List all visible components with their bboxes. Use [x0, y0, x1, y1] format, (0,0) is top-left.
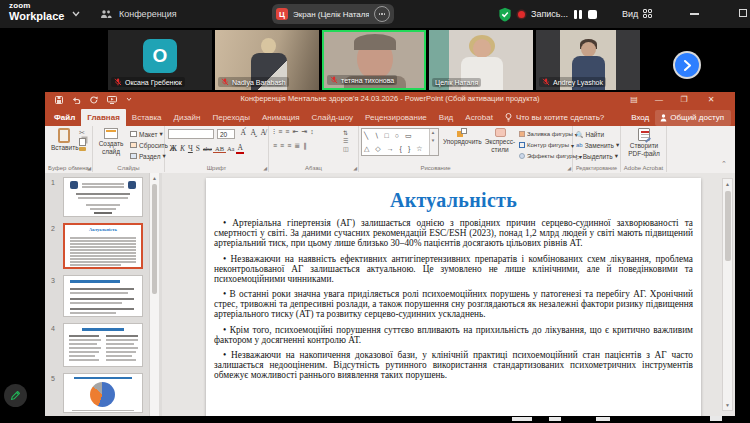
sign-in-button[interactable]: Вход — [625, 109, 655, 126]
slide-vertical-scrollbar[interactable]: ▲ ▼ — [722, 178, 733, 411]
slide-thumbnail-2-selected[interactable]: Актуальність — [63, 223, 143, 269]
slide-thumbnail-1[interactable] — [63, 177, 143, 217]
annotate-button[interactable] — [4, 384, 27, 407]
change-case-button[interactable]: Аа — [226, 145, 237, 152]
convert-smartart-icon[interactable]: ◫ — [343, 145, 349, 152]
shadow-button[interactable]: S — [194, 144, 201, 153]
zoom-topbar: zoom Workplace Конференция Ц Экран (Целі… — [0, 0, 750, 28]
tab-transitions[interactable]: Переходы — [206, 109, 256, 126]
arrange-button[interactable]: Упорядочить — [443, 128, 481, 146]
strikethrough-button[interactable]: abc — [201, 145, 213, 152]
tab-shared-screen[interactable]: Ц Экран (Целік Наталя) — [272, 4, 394, 24]
paragraph-dialog-launcher-icon[interactable]: ◢ — [353, 165, 357, 171]
slide-title[interactable]: Актуальність — [216, 189, 691, 212]
bold-button[interactable]: Ж — [168, 144, 178, 153]
scroll-up-icon[interactable]: ▲ — [150, 173, 159, 183]
ribbon-display-options-button[interactable]: ▤ — [628, 95, 640, 104]
quick-styles-button[interactable]: Экспресс-стили — [483, 128, 517, 153]
font-size-combobox[interactable]: 20 — [217, 129, 235, 139]
scroll-down-icon[interactable]: ▼ — [723, 400, 732, 410]
tab-view[interactable]: Вид — [433, 109, 459, 126]
slide-thumbnail-3[interactable] — [63, 275, 143, 317]
share-button[interactable]: Общий доступ — [655, 110, 731, 126]
paste-button[interactable]: Вставить — [51, 128, 77, 152]
tab-slideshow[interactable]: Слайд-шоу — [306, 109, 359, 126]
underline-button[interactable]: Ч — [186, 144, 194, 153]
copy-icon[interactable] — [79, 138, 86, 146]
tab-meeting[interactable]: Конференция — [100, 4, 177, 24]
view-control[interactable]: Вид — [622, 0, 653, 28]
video-tile-tetyana-active-speaker[interactable]: тетяна тихонова — [322, 30, 426, 90]
font-name-combobox[interactable] — [168, 129, 214, 139]
select-button[interactable]: ▷Выделить ▾ — [576, 151, 619, 161]
character-spacing-button[interactable]: АВ — [213, 145, 225, 153]
workspace-chevron-down-icon[interactable] — [72, 11, 80, 17]
ppt-minimize-button[interactable]: — — [653, 95, 665, 104]
slide-bullet[interactable]: Незважаючи на наявність ефективних антиг… — [214, 254, 693, 284]
line-spacing-icon[interactable]: ↕ — [310, 128, 317, 135]
align-text-icon[interactable]: ☰ — [343, 137, 349, 144]
screen-tab-more-icon[interactable] — [374, 6, 390, 22]
replace-button[interactable]: abЗаменить ▾ — [576, 140, 619, 150]
cut-icon[interactable]: ✂ — [79, 129, 86, 137]
tab-home[interactable]: Главная — [81, 109, 126, 126]
text-direction-icon[interactable]: ⇅ — [343, 129, 349, 136]
clipboard-dialog-launcher-icon[interactable]: ◢ — [87, 165, 91, 171]
increase-font-icon[interactable]: А́ — [239, 128, 247, 137]
find-button[interactable]: 🔍Найти — [576, 129, 619, 139]
decrease-font-icon[interactable]: А̬ — [249, 128, 257, 137]
window-minimize-button[interactable] — [690, 13, 699, 15]
tab-file[interactable]: Файл — [45, 109, 81, 126]
slide-body-text[interactable]: Артеріальна гіпертензія (АГ) залишається… — [214, 218, 693, 380]
slide-bullet[interactable]: Артеріальна гіпертензія (АГ) залишається… — [214, 218, 693, 248]
italic-button[interactable]: К — [178, 144, 186, 153]
next-participants-button[interactable] — [675, 53, 699, 77]
security-shield-icon[interactable] — [498, 7, 512, 22]
clear-formatting-icon[interactable]: A̸ — [259, 128, 267, 137]
video-tile-tselik[interactable]: Целік Наталя — [429, 30, 533, 90]
stop-recording-button[interactable] — [588, 10, 597, 19]
create-pdf-button[interactable]: Створити PDF-файл — [623, 128, 665, 157]
slide-thumbnail-5[interactable] — [63, 373, 143, 413]
group-clipboard: Вставить ✂ Буфер обмена ◢ — [45, 126, 93, 172]
ppt-close-button[interactable]: ✕ — [705, 95, 717, 104]
slide-bullet[interactable]: В останні роки значна увага приділяється… — [214, 289, 693, 319]
thumbnail-panel-scrollbar[interactable]: ▲ — [149, 173, 159, 416]
tab-design[interactable]: Дизайн — [168, 109, 207, 126]
font-dialog-launcher-icon[interactable]: ◢ — [263, 165, 267, 171]
tab-acrobat[interactable]: Acrobat — [459, 109, 499, 126]
pause-recording-button[interactable] — [574, 10, 582, 19]
video-tile-andrey[interactable]: Andrey Lyashok — [536, 30, 640, 90]
shapes-gallery[interactable]: ╲ ∖ □ ○ ▭ △ ◇ → { } ☆ ▲▼ — [361, 128, 439, 156]
slide-thumbnail-4[interactable] — [63, 323, 143, 367]
collapse-ribbon-button[interactable]: ⌃ — [721, 160, 727, 168]
slide-bullet[interactable]: Крім того, психоемоційні порушення суттє… — [214, 325, 693, 345]
tell-me-box[interactable]: Что вы хотите сделать? — [499, 109, 610, 126]
section-button[interactable]: Раздел ▾ — [130, 151, 168, 161]
format-painter-icon[interactable] — [79, 147, 86, 151]
tab-insert[interactable]: Вставка — [126, 109, 168, 126]
justify-icon[interactable]: ≣ — [294, 142, 303, 149]
shapes-gallery-scroll[interactable]: ▲▼ — [429, 129, 438, 155]
columns-icon[interactable]: ∥ — [303, 142, 310, 149]
new-slide-button[interactable]: Создать слайд — [94, 128, 128, 155]
current-slide[interactable]: Актуальність Артеріальна гіпертензія (АГ… — [206, 178, 701, 416]
slide-bullet[interactable]: Незважаючи на накопичення доказової бази… — [214, 350, 693, 380]
video-tile-oksana[interactable]: О Оксана Гребенюк — [108, 30, 212, 90]
font-color-button[interactable]: А — [236, 143, 244, 154]
ppt-restore-button[interactable]: ❐ — [678, 95, 690, 104]
scrollbar-thumb[interactable] — [725, 191, 731, 261]
drawing-dialog-launcher-icon[interactable]: ◢ — [567, 165, 571, 171]
indent-increase-icon[interactable]: ⇥ — [301, 128, 310, 135]
indent-decrease-icon[interactable]: ⇤ — [292, 128, 301, 135]
tab-animations[interactable]: Анимация — [256, 109, 306, 126]
tab-review[interactable]: Рецензирование — [359, 109, 433, 126]
layout-button[interactable]: Макет ▾ — [130, 129, 168, 139]
bullets-icon[interactable]: ⁝≡ — [273, 128, 285, 135]
scrollbar-thumb[interactable] — [152, 184, 157, 294]
window-maximize-button[interactable] — [739, 9, 747, 17]
video-tile-nadiya[interactable]: Nadiya Barabash — [215, 30, 319, 90]
reset-button[interactable]: Сбросить — [130, 140, 168, 150]
scroll-up-icon[interactable]: ▲ — [723, 179, 732, 189]
editing-group-label: Редактирование — [573, 165, 620, 171]
